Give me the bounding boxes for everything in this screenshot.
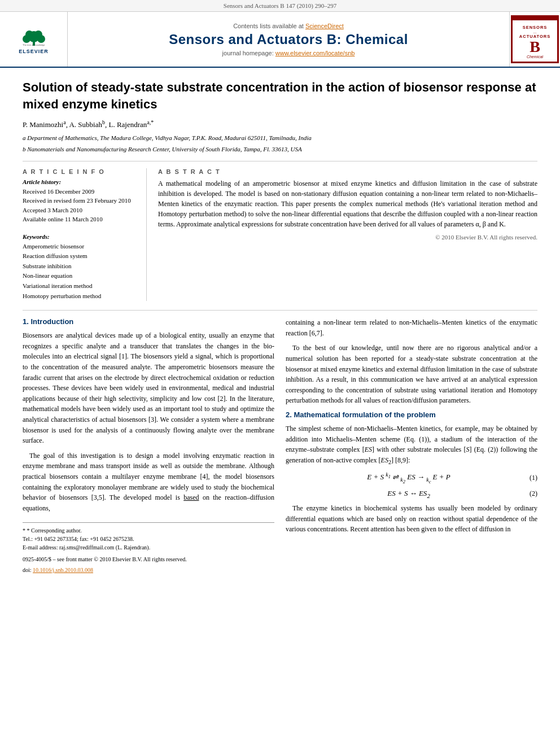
sensors-actuators-logo: SENSORS ... ACTUATORS B Chemical xyxy=(509,12,560,67)
tel-fax-line: Tel.: +91 0452 2673354; fax: +91 0452 26… xyxy=(23,535,274,543)
received-date: Received 16 December 2009 xyxy=(23,187,137,196)
paper-content: Solution of steady-state substrate conce… xyxy=(0,68,560,586)
doi-label: doi: xyxy=(23,567,32,573)
intro-heading: 1. Introduction xyxy=(23,317,274,326)
keyword-4: Non-linear equation xyxy=(23,271,137,281)
doi-line: doi: 10.1016/j.snb.2010.03.008 xyxy=(23,566,274,574)
body-divider xyxy=(23,310,537,311)
elsevier-tree-icon: The tree of knowledge xyxy=(20,24,48,47)
contents-label: Contents lists available at xyxy=(233,23,304,29)
equation-2-text: ES + S ↔ ES2 xyxy=(297,489,520,499)
sup-a2: a,* xyxy=(147,119,154,125)
sup-a: a xyxy=(63,119,65,125)
history-label: Article history: xyxy=(23,178,137,185)
keywords-label: Keywords: xyxy=(23,233,137,240)
affiliation-a: a Department of Mathematics, The Madura … xyxy=(23,133,537,143)
journal-citation-text: Sensors and Actuators B 147 (2010) 290–2… xyxy=(224,2,336,9)
asterisk: * xyxy=(23,527,27,534)
keyword-2: Reaction diffusion system xyxy=(23,251,137,261)
corresponding-note: * * Corresponding author. xyxy=(23,526,274,535)
footnote-section: * * Corresponding author. Tel.: +91 0452… xyxy=(23,522,274,574)
header-divider xyxy=(23,161,537,161)
journal-main-title: Sensors and Actuators B: Chemical xyxy=(169,32,408,47)
keyword-6: Homotopy perturbation method xyxy=(23,291,137,302)
sup-b: b xyxy=(102,119,105,125)
available-date: Available online 11 March 2010 xyxy=(23,215,137,224)
elsevier-tree-graphic: The tree of knowledge xyxy=(20,24,48,47)
email-value: raj.sms@rediffmail.com (L. Rajendran). xyxy=(59,544,150,551)
section2-heading: 2. Mathematical formulation of the probl… xyxy=(286,410,537,419)
right-p2: To the best of our knowledge, until now … xyxy=(286,343,537,406)
sensors-and: ... xyxy=(533,30,537,34)
abstract-text: A mathematical modeling of an amperometr… xyxy=(158,178,537,229)
elsevier-brand-text: ELSEVIER xyxy=(19,49,49,54)
affiliation-b: b Nanomaterials and Nanomanufacturing Re… xyxy=(23,145,537,154)
right-p3: The simplest scheme of non-Michaelis–Men… xyxy=(286,423,537,467)
b-label: B xyxy=(530,39,540,55)
svg-point-5 xyxy=(34,30,42,38)
contents-line: Contents lists available at ScienceDirec… xyxy=(233,23,344,29)
intro-p1: Biosensors are analytical devices made u… xyxy=(23,330,274,446)
sensors-box-graphic: SENSORS ... ACTUATORS B Chemical xyxy=(511,15,559,63)
authors-line: P. Manimozhia, A. Subbiahb, L. Rajendran… xyxy=(23,119,537,129)
journal-title-block: Contents lists available at ScienceDirec… xyxy=(68,12,509,67)
homepage-link[interactable]: www.elsevier.com/locate/snb xyxy=(275,50,355,56)
corresponding-label: * Corresponding author. xyxy=(27,527,82,534)
svg-text:The tree of knowledge: The tree of knowledge xyxy=(23,43,45,46)
sensors-label: SENSORS xyxy=(523,25,548,30)
body-right-col: containing a non-linear term related to … xyxy=(286,317,537,574)
article-info-label: A R T I C L E I N F O xyxy=(23,168,137,175)
email-label: E-mail address: xyxy=(23,544,58,551)
equation-1-text: E + S k1 ⇌ k2 ES → kc E + P xyxy=(297,471,520,484)
keyword-3: Substrate inhibition xyxy=(23,261,137,272)
sciencedirect-link[interactable]: ScienceDirect xyxy=(305,23,344,29)
body-left-col: 1. Introduction Biosensors are analytica… xyxy=(23,317,274,574)
keywords-list: Amperometric biosensor Reaction diffusio… xyxy=(23,242,137,302)
svg-point-4 xyxy=(25,30,33,38)
equation-2-number: (2) xyxy=(520,490,537,498)
right-p1: containing a non-linear term related to … xyxy=(286,317,537,338)
abstract-col: A B S T R A C T A mathematical modeling … xyxy=(158,168,537,302)
email-line: E-mail address: raj.sms@rediffmail.com (… xyxy=(23,543,274,552)
equation-1-number: (1) xyxy=(520,474,537,482)
equation-2-block: ES + S ↔ ES2 (2) xyxy=(297,489,537,499)
issn-line: 0925-4005/$ – see front matter © 2010 El… xyxy=(23,555,274,563)
journal-homepage: journal homepage: www.elsevier.com/locat… xyxy=(222,50,355,56)
abstract-label: A B S T R A C T xyxy=(158,168,537,175)
journal-header: The tree of knowledge ELSEVIER Contents … xyxy=(0,12,560,68)
accepted-date: Accepted 3 March 2010 xyxy=(23,206,137,215)
info-abstract-row: A R T I C L E I N F O Article history: R… xyxy=(23,168,537,302)
right-p4: The enzyme kinetics in biochemical syste… xyxy=(286,503,537,535)
homepage-label: journal homepage: xyxy=(222,50,274,56)
article-info-col: A R T I C L E I N F O Article history: R… xyxy=(23,168,147,302)
received-revised-date: Received in revised form 23 February 201… xyxy=(23,196,137,206)
article-body: 1. Introduction Biosensors are analytica… xyxy=(23,317,537,574)
keyword-1: Amperometric biosensor xyxy=(23,242,137,252)
chemical-label: Chemical xyxy=(527,55,543,59)
elsevier-logo-block: The tree of knowledge ELSEVIER xyxy=(0,12,68,67)
journal-citation-bar: Sensors and Actuators B 147 (2010) 290–2… xyxy=(0,0,560,12)
copyright-line: © 2010 Elsevier B.V. All rights reserved… xyxy=(158,234,537,241)
doi-value[interactable]: 10.1016/j.snb.2010.03.008 xyxy=(33,567,93,573)
intro-p2: The goal of this investigation is to des… xyxy=(23,451,274,514)
article-title: Solution of steady-state substrate conce… xyxy=(23,79,537,112)
keyword-5: Variational iteration method xyxy=(23,281,137,291)
equation-1-block: E + S k1 ⇌ k2 ES → kc E + P (1) xyxy=(297,471,537,484)
